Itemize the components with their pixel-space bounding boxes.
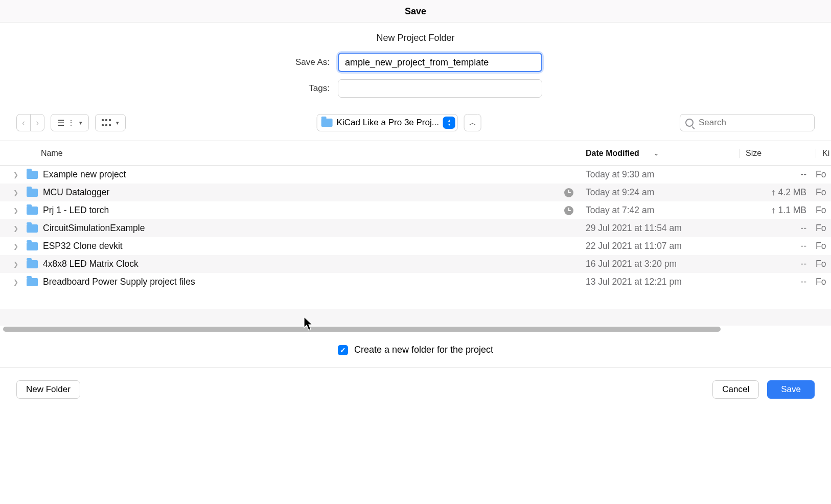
disclosure-triangle-icon[interactable]: ❯ — [13, 207, 21, 214]
file-name: Prj 1 - LED torch — [43, 205, 564, 216]
table-row[interactable]: ❯4x8x8 LED Matrix Clock16 Jul 2021 at 3:… — [0, 255, 831, 273]
file-size: ↑ 1.1 MB — [739, 205, 816, 216]
folder-icon — [27, 207, 38, 215]
chevron-down-icon: ▾ — [79, 120, 82, 126]
file-name: 4x8x8 LED Matrix Clock — [43, 259, 564, 269]
create-folder-checkbox[interactable]: ✓ — [338, 345, 348, 355]
sync-status-icon — [564, 206, 573, 215]
save-form: New Project Folder Save As: Tags: — [0, 22, 831, 110]
table-row[interactable]: ❯CircuitSimulationExample29 Jul 2021 at … — [0, 219, 831, 237]
new-folder-button[interactable]: New Folder — [16, 380, 80, 399]
folder-icon — [321, 119, 333, 127]
chevron-up-icon: ︿ — [469, 119, 476, 126]
file-name: ESP32 Clone devkit — [43, 241, 564, 251]
list-icon — [57, 118, 65, 128]
svg-rect-0 — [102, 119, 104, 121]
grid-icon — [102, 119, 111, 126]
file-kind: Fo — [816, 169, 831, 180]
nav-forward-button[interactable]: › — [30, 114, 44, 131]
file-date: Today at 9:30 am — [586, 169, 739, 180]
search-field[interactable] — [680, 114, 815, 131]
folder-icon — [27, 171, 38, 179]
location-menu-icon: ▴▾ — [443, 117, 455, 129]
svg-rect-2 — [109, 119, 111, 121]
table-header: Name Date Modified ⌄ Size Ki — [0, 141, 831, 166]
file-size: -- — [739, 223, 816, 234]
search-input[interactable] — [698, 117, 809, 128]
svg-rect-1 — [105, 119, 107, 121]
file-kind: Fo — [816, 187, 831, 198]
save-as-input[interactable] — [338, 53, 542, 72]
chevron-down-icon: ▾ — [116, 120, 119, 126]
disclosure-triangle-icon[interactable]: ❯ — [13, 279, 21, 286]
column-size[interactable]: Size — [739, 149, 816, 158]
empty-area — [0, 291, 831, 326]
save-as-label: Save As: — [289, 57, 330, 67]
table-row[interactable]: ❯MCU DataloggerToday at 9:24 am↑ 4.2 MBF… — [0, 184, 831, 201]
options-row: ✓ Create a new folder for the project — [0, 333, 831, 368]
tags-input[interactable] — [338, 79, 542, 98]
file-size: ↑ 4.2 MB — [739, 187, 816, 198]
disclosure-triangle-icon[interactable]: ❯ — [13, 171, 21, 178]
horizontal-scrollbar[interactable] — [3, 326, 828, 333]
file-date: 29 Jul 2021 at 11:54 am — [586, 223, 739, 234]
disclosure-triangle-icon[interactable]: ❯ — [13, 189, 21, 196]
table-row[interactable]: ❯Breadboard Power Supply project files13… — [0, 273, 831, 291]
dialog-footer: New Folder Cancel Save — [0, 368, 831, 411]
file-name: Example new project — [43, 169, 564, 180]
file-size: -- — [739, 259, 816, 269]
file-name: Breadboard Power Supply project files — [43, 277, 564, 287]
chevron-right-icon: › — [36, 118, 39, 127]
file-kind: Fo — [816, 277, 831, 287]
file-date: Today at 9:24 am — [586, 187, 739, 198]
svg-rect-5 — [109, 124, 111, 126]
file-size: -- — [739, 241, 816, 251]
chevron-left-icon: ‹ — [22, 118, 25, 127]
browser-toolbar: ‹ › ⋮ ▾ ▾ KiCad Like a Pro 3e Proj... ▴▾… — [0, 110, 831, 141]
scrollbar-thumb[interactable] — [3, 327, 721, 332]
sync-status-icon — [564, 188, 573, 197]
file-date: 13 Jul 2021 at 12:21 pm — [586, 277, 739, 287]
file-size: -- — [739, 169, 816, 180]
file-name: MCU Datalogger — [43, 187, 564, 198]
save-button[interactable]: Save — [767, 380, 815, 399]
folder-icon — [27, 189, 38, 197]
collapse-toggle-button[interactable]: ︿ — [464, 114, 481, 131]
create-folder-label: Create a new folder for the project — [354, 345, 493, 355]
table-row[interactable]: ❯Prj 1 - LED torchToday at 7:42 am↑ 1.1 … — [0, 201, 831, 219]
file-date: 16 Jul 2021 at 3:20 pm — [586, 259, 739, 269]
svg-rect-3 — [102, 124, 104, 126]
file-date: Today at 7:42 am — [586, 205, 739, 216]
location-popup-button[interactable]: KiCad Like a Pro 3e Proj... ▴▾ — [317, 114, 458, 131]
folder-icon — [27, 224, 38, 233]
tags-label: Tags: — [289, 83, 330, 94]
column-name[interactable]: Name — [41, 149, 586, 158]
disclosure-triangle-icon[interactable]: ❯ — [13, 243, 21, 250]
column-kind[interactable]: Ki — [816, 149, 831, 158]
table-row[interactable]: ❯Example new projectToday at 9:30 am--Fo — [0, 166, 831, 184]
folder-icon — [27, 260, 38, 268]
folder-icon — [27, 278, 38, 286]
window-title: Save — [0, 0, 831, 22]
file-name: CircuitSimulationExample — [43, 223, 564, 234]
view-grid-button[interactable]: ▾ — [95, 114, 126, 131]
file-date: 22 Jul 2021 at 11:07 am — [586, 241, 739, 251]
file-table: Name Date Modified ⌄ Size Ki ❯Example ne… — [0, 141, 831, 333]
svg-rect-4 — [105, 124, 107, 126]
cancel-button[interactable]: Cancel — [712, 380, 759, 399]
disclosure-triangle-icon[interactable]: ❯ — [13, 225, 21, 232]
file-size: -- — [739, 277, 816, 287]
file-kind: Fo — [816, 223, 831, 234]
file-kind: Fo — [816, 241, 831, 251]
disclosure-triangle-icon[interactable]: ❯ — [13, 261, 21, 268]
table-row[interactable]: ❯ESP32 Clone devkit22 Jul 2021 at 11:07 … — [0, 237, 831, 255]
folder-icon — [27, 242, 38, 250]
file-kind: Fo — [816, 205, 831, 216]
nav-back-button[interactable]: ‹ — [16, 114, 30, 131]
column-date-modified[interactable]: Date Modified ⌄ — [586, 149, 739, 158]
search-icon — [685, 119, 694, 127]
location-name: KiCad Like a Pro 3e Proj... — [337, 118, 439, 128]
view-list-button[interactable]: ⋮ ▾ — [51, 114, 89, 131]
file-kind: Fo — [816, 259, 831, 269]
bullets-icon: ⋮ — [67, 119, 74, 127]
